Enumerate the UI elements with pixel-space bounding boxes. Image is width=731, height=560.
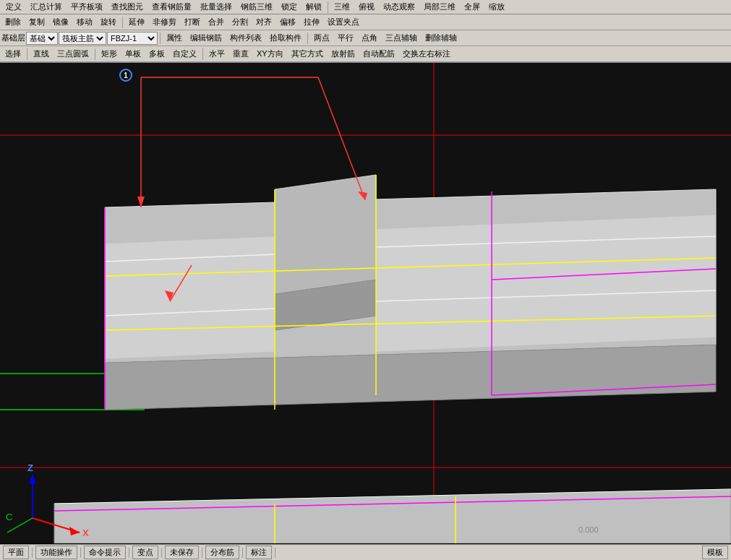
layer-select[interactable]: 基础 [26, 32, 58, 45]
svg-text:C: C [6, 512, 12, 522]
sep-s4 [161, 548, 162, 558]
btn-rotate[interactable]: 旋转 [97, 15, 120, 29]
menu-view-rebar[interactable]: 查看钢筋量 [148, 1, 196, 13]
btn-align[interactable]: 对齐 [252, 15, 275, 29]
menu-find-element[interactable]: 查找图元 [107, 1, 148, 13]
btn-set-grip[interactable]: 设置夹点 [324, 15, 363, 29]
layer-label: 基础层 [1, 33, 25, 43]
sep-s5 [202, 548, 202, 558]
btn-three-arc[interactable]: 三点圆弧 [54, 47, 93, 61]
menu-fullscreen[interactable]: 全屏 [460, 1, 484, 13]
sep5 [27, 48, 27, 60]
viewport-svg: Z X C 0.000 [0, 63, 731, 543]
svg-marker-9 [105, 236, 275, 359]
btn-break[interactable]: 打断 [181, 15, 204, 29]
menu-batch-select[interactable]: 批量选择 [196, 1, 236, 13]
menu-zoom[interactable]: 缩放 [484, 1, 509, 13]
svg-text:X: X [82, 527, 89, 538]
svg-marker-36 [29, 475, 36, 483]
menu-rebar-3d[interactable]: 钢筋三维 [236, 1, 277, 13]
sep2 [122, 17, 123, 28]
sep-s6 [242, 548, 243, 558]
btn-parallel[interactable]: 平行 [334, 31, 357, 45]
btn-two-point[interactable]: 两点 [310, 31, 333, 45]
btn-point-angle[interactable]: 点角 [358, 31, 381, 45]
svg-marker-10 [376, 215, 716, 352]
status-change-point[interactable]: 变点 [132, 546, 158, 559]
btn-xy-dir[interactable]: XY方向 [253, 47, 287, 61]
btn-swap-label[interactable]: 交换左右标注 [399, 47, 454, 61]
menu-unlock[interactable]: 解锁 [302, 1, 326, 13]
btn-copy[interactable]: 复制 [25, 15, 48, 29]
btn-delete[interactable]: 删除 [1, 15, 25, 29]
menu-lock[interactable]: 锁定 [277, 1, 302, 13]
menu-dynamic-view[interactable]: 动态观察 [379, 1, 419, 13]
svg-marker-23 [54, 489, 731, 543]
btn-line[interactable]: 直线 [30, 47, 53, 61]
sep-s2 [80, 548, 81, 558]
btn-component-list[interactable]: 构件列表 [226, 31, 265, 45]
toolbar-row-2[interactable]: 删除 复制 镜像 移动 旋转 延伸 非修剪 打断 合并 分割 对齐 偏移 拉伸 … [0, 14, 731, 30]
component-id-select[interactable]: FBZJ-1 [107, 32, 158, 45]
btn-mirror[interactable]: 镜像 [49, 15, 72, 29]
btn-move[interactable]: 移动 [73, 15, 96, 29]
btn-stretch[interactable]: 拉伸 [300, 15, 323, 29]
menu-top-view[interactable]: 俯视 [354, 1, 379, 13]
menu-3d[interactable]: 三维 [330, 1, 354, 13]
status-unsaved[interactable]: 未保存 [165, 546, 199, 559]
toolbar-row-4[interactable]: 选择 直线 三点圆弧 矩形 单板 多板 自定义 水平 垂直 XY方向 其它方式 … [0, 46, 731, 62]
sep-s3 [129, 548, 129, 558]
status-bar: 平面 功能操作 命令提示 变点 未保存 分布筋 标注 模板 [0, 544, 731, 560]
btn-split[interactable]: 分割 [228, 15, 252, 29]
status-dist-rebar[interactable]: 分布筋 [205, 546, 239, 559]
svg-text:Z: Z [27, 462, 33, 473]
btn-horizontal[interactable]: 水平 [205, 47, 228, 61]
toolbar-row-3: 基础层 基础 筏板主筋 FBZJ-1 属性 编辑钢筋 构件列表 拾取构件 两点 … [0, 30, 731, 46]
component-type-select[interactable]: 筏板主筋 [59, 32, 106, 45]
menu-summarize[interactable]: 汇总计算 [26, 1, 67, 13]
menu-align-slab[interactable]: 平齐板项 [67, 1, 107, 13]
btn-select[interactable]: 选择 [1, 47, 25, 61]
sep6 [95, 48, 95, 60]
viewport[interactable]: 1 [0, 63, 731, 543]
sep7 [202, 48, 203, 60]
status-function[interactable]: 功能操作 [35, 546, 77, 559]
menu-local-3d[interactable]: 局部三维 [419, 1, 460, 13]
sep1 [328, 1, 328, 13]
btn-radial-rebar[interactable]: 放射筋 [328, 47, 359, 61]
menu-define[interactable]: 定义 [1, 1, 26, 13]
sep3 [160, 33, 161, 44]
menu-row-1[interactable]: 定义 汇总计算 平齐板项 查找图元 查看钢筋量 批量选择 钢筋三维 锁定 解锁 … [0, 0, 731, 14]
btn-rect[interactable]: 矩形 [98, 47, 121, 61]
btn-pick-component[interactable]: 拾取构件 [266, 31, 305, 45]
btn-merge[interactable]: 合并 [205, 15, 228, 29]
sep-s1 [32, 548, 33, 558]
btn-vertical[interactable]: 垂直 [229, 47, 252, 61]
sep-s7 [275, 548, 275, 558]
status-command[interactable]: 命令提示 [84, 546, 126, 559]
btn-properties[interactable]: 属性 [163, 31, 186, 45]
btn-multi-slab[interactable]: 多板 [145, 47, 168, 61]
btn-other-method[interactable]: 其它方式 [288, 47, 327, 61]
status-plane[interactable]: 平面 [3, 546, 29, 559]
svg-marker-31 [137, 197, 145, 207]
btn-delete-aux[interactable]: 删除辅轴 [422, 31, 461, 45]
btn-three-point-aux[interactable]: 三点辅轴 [382, 31, 421, 45]
status-annotation[interactable]: 标注 [246, 546, 272, 559]
btn-offset[interactable]: 偏移 [276, 15, 299, 29]
btn-extend[interactable]: 延伸 [125, 15, 148, 29]
btn-custom[interactable]: 自定义 [169, 47, 200, 61]
sep4 [307, 33, 308, 44]
btn-edit-rebar[interactable]: 编辑钢筋 [187, 31, 226, 45]
btn-auto-rebar[interactable]: 自动配筋 [359, 47, 398, 61]
status-template[interactable]: 模板 [702, 546, 728, 559]
btn-no-trim[interactable]: 非修剪 [149, 15, 180, 29]
btn-single-slab[interactable]: 单板 [121, 47, 145, 61]
coord-display: 0.000 [578, 525, 599, 534]
